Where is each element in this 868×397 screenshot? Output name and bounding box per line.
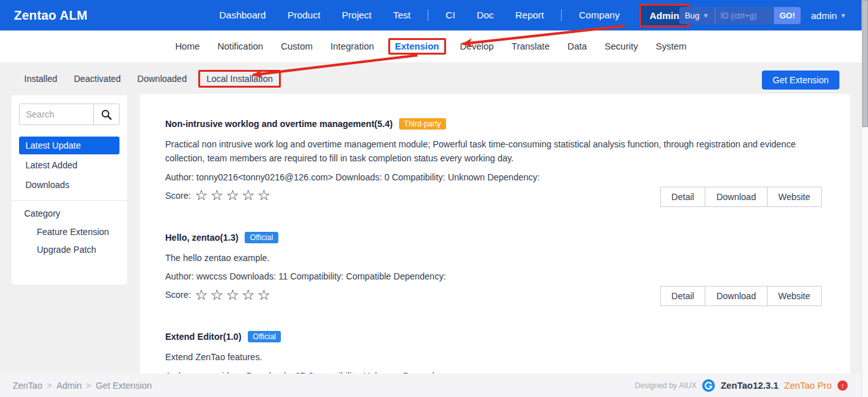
user-menu[interactable]: admin ▼ [811,10,846,21]
extension-meta: Author: wwccss Downloads: 11 Compatibili… [165,271,822,281]
subnav-item-develop[interactable]: Develop [451,41,503,51]
tab-deactivated[interactable]: Deactivated [65,74,129,84]
card-actions: Detail Download Website [660,187,822,207]
breadcrumb-admin[interactable]: Admin [57,380,82,391]
tab-installed[interactable]: Installed [16,74,65,84]
get-extension-button[interactable]: Get Extension [762,71,839,90]
download-button[interactable]: Download [705,187,767,207]
app-logo[interactable]: Zentao ALM [0,8,88,23]
author-value: tonny0216<tonny0216@126.com> [196,172,333,182]
extension-description: Extend ZenTao features. [165,350,813,364]
breadcrumb-zentao[interactable]: ZenTao [13,380,43,391]
source-badge: Third-party [399,118,446,130]
nav-divider [428,10,428,21]
star-rating[interactable]: ☆☆☆☆☆ [194,288,273,302]
search-icon [101,109,112,120]
admin-subnav: Home Notification Custom Integration Ext… [0,30,862,62]
upgrade-arrow-badge[interactable]: ↑ [837,380,848,391]
website-button[interactable]: Website [767,187,822,207]
score-label: Score: [165,290,191,300]
downloads-value: 0 [384,172,390,182]
extension-description: The hello zentao example. [165,251,813,265]
sidebar-divider [11,200,127,201]
breadcrumb-get-extension: Get Extension [96,380,152,391]
category-heading: Category [19,208,119,219]
sidebar-menu: Latest Update Latest Added Downloads [19,137,119,194]
subnav-item-extension[interactable]: Extension [388,38,446,55]
downloads-value: 11 [278,271,288,281]
scrollbar-thumb[interactable] [862,0,868,127]
topnav-item-ci[interactable]: CI [435,0,466,30]
footer: ZenTao > Admin > Get Extension Designed … [0,373,862,397]
sidebar-search-button[interactable] [94,104,119,125]
extension-title: Extend Editor(1.0) [165,332,241,342]
extension-title: Non-intrusive worklog and overtime manag… [165,119,393,129]
page: Zentao ALM Dashboard Product Project Tes… [0,0,868,397]
go-button[interactable]: GO! [774,7,801,24]
sidebar-search-input[interactable] [19,104,94,125]
version-link[interactable]: ZenTao12.3.1 [721,380,778,391]
score-label: Score: [165,191,191,201]
topnav-item-project[interactable]: Project [331,0,383,30]
title-row: Non-intrusive worklog and overtime manag… [165,118,822,130]
sidebar-item-latest-update[interactable]: Latest Update [19,137,119,154]
topnav-right-tools: Bug ▼ GO! admin ▼ [679,0,846,30]
subnav-item-notification[interactable]: Notification [208,41,272,51]
detail-button[interactable]: Detail [660,286,706,306]
topnav-item-dashboard[interactable]: Dashboard [208,0,276,30]
chevron-down-icon: ▼ [840,12,846,19]
subnav-item-security[interactable]: Security [596,41,647,51]
dependency-label: Dependency: [487,172,540,182]
extension-title: Hello, zentao(1.3) [165,232,238,243]
subnav-item-system[interactable]: System [647,41,695,51]
topnav-item-product[interactable]: Product [276,0,331,30]
extension-meta: Author: tonny0216<tonny0216@126.com> Dow… [165,172,822,182]
zentao-pro-link[interactable]: ZenTao Pro [784,380,832,391]
topnav-item-report[interactable]: Report [505,0,555,30]
id-search-input[interactable] [715,11,774,20]
download-button[interactable]: Download [705,286,767,306]
top-navbar: Zentao ALM Dashboard Product Project Tes… [0,0,862,30]
search-module-label: Bug [685,11,700,20]
card-actions: Detail Download Website [660,286,822,306]
downloads-label: Downloads: [336,172,382,182]
author-value: wwccss [196,271,227,281]
title-row: Extend Editor(1.0) Official [165,331,822,342]
category-item-feature-extension[interactable]: Feature Extension [19,226,114,238]
designed-by-label: Designed by AIUX [635,381,696,390]
subnav-item-home[interactable]: Home [166,41,209,51]
downloads-label: Downloads: [229,271,276,281]
chevron-down-icon: ▼ [703,12,709,19]
breadcrumb-separator: > [86,380,92,391]
author-label: Author: [165,271,194,281]
topnav-item-company[interactable]: Company [568,0,630,30]
tab-local-installation[interactable]: Local Installation [198,70,281,88]
page-scrollbar[interactable] [862,0,868,397]
extension-list: Non-intrusive worklog and overtime manag… [140,94,850,373]
dependency-label: Dependency: [393,271,446,281]
top-menu: Dashboard Product Project Test CI Doc Re… [208,0,689,30]
subnav-item-custom[interactable]: Custom [272,41,322,51]
star-rating[interactable]: ☆☆☆☆☆ [194,188,273,203]
subnav-item-data[interactable]: Data [559,41,596,51]
search-module-select[interactable]: Bug ▼ [679,7,715,24]
topnav-item-test[interactable]: Test [383,0,422,30]
tab-downloaded[interactable]: Downloaded [129,74,195,84]
compatibility-value: Compatible [346,271,391,281]
breadcrumb: ZenTao > Admin > Get Extension [0,380,152,391]
subnav-item-integration[interactable]: Integration [322,41,383,51]
footer-right: Designed by AIUX ZenTao12.3.1 ZenTao Pro… [635,379,848,392]
source-badge: Official [245,232,278,243]
extension-card: Hello, zentao(1.3) Official The hello ze… [165,232,850,304]
category-item-upgrade-patch[interactable]: Upgrade Patch [19,244,114,255]
extension-card: Non-intrusive worklog and overtime manag… [165,118,850,205]
website-button[interactable]: Website [767,286,822,306]
sidebar: Latest Update Latest Added Downloads Cat… [11,95,127,285]
nav-divider [561,10,562,21]
source-badge: Official [248,331,281,342]
sidebar-item-latest-added[interactable]: Latest Added [19,156,119,174]
topnav-item-doc[interactable]: Doc [466,0,505,30]
detail-button[interactable]: Detail [660,187,706,207]
sidebar-item-downloads[interactable]: Downloads [19,176,119,194]
subnav-item-translate[interactable]: Translate [503,41,559,51]
